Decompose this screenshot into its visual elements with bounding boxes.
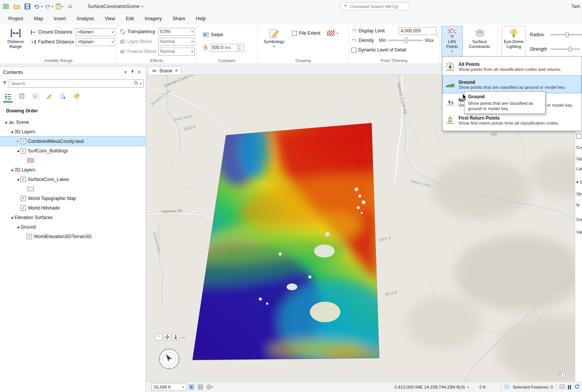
right-pane-checkbox[interactable] (576, 134, 581, 139)
menu-item-ground[interactable]: GroundShow points that are classified as… (443, 75, 582, 93)
tab-share[interactable]: Share (167, 13, 191, 24)
tree-item-world-hillshade[interactable]: ✓World Hillshade (0, 203, 146, 213)
transparency-select[interactable]: 0.0%▾ (158, 28, 195, 36)
layer-checkbox[interactable]: ✓ (21, 196, 26, 201)
dynamic-lod-checkbox[interactable] (351, 48, 356, 53)
pane-menu-chevron-icon[interactable]: ▾ (122, 70, 129, 75)
layer-checkbox[interactable]: ✓ (21, 148, 26, 154)
pause-drawing-button[interactable] (568, 385, 571, 389)
list-by-data-source-tab[interactable] (17, 91, 27, 101)
layer-checkbox[interactable]: ✓ (21, 139, 26, 144)
expander-icon[interactable]: ◢ (9, 168, 14, 171)
tilt-up-button[interactable]: ⌃ (156, 334, 162, 341)
expander-icon[interactable]: ◢ (15, 178, 21, 181)
display-limit-input[interactable] (399, 27, 437, 35)
walk-mode-button[interactable] (172, 334, 179, 341)
distance-range-button[interactable]: Distance Range (5, 26, 27, 56)
list-by-drawing-order-tab[interactable] (3, 91, 13, 101)
strength-slider[interactable] (550, 48, 580, 50)
scene-view-tab[interactable]: Scene ✕ (148, 66, 181, 75)
file-extent-checkbox[interactable] (292, 31, 297, 36)
command-search-input[interactable] (350, 4, 406, 9)
tree-item-scene[interactable]: ◢Scene (0, 117, 146, 127)
new-project-icon[interactable] (2, 2, 11, 11)
layer-symbol-swatch[interactable] (27, 187, 34, 191)
map-scale-select[interactable]: 26,589 ft▾ (151, 383, 186, 391)
expander-icon[interactable]: ◢ (9, 216, 14, 219)
filter-icon[interactable] (2, 81, 7, 86)
tab-project[interactable]: Project (3, 13, 29, 24)
radius-slider[interactable] (550, 34, 582, 35)
tree-item-2d-layers[interactable]: ◢2D Layers (0, 165, 146, 174)
tab-view[interactable]: View (99, 13, 120, 24)
tree-item-surfacecons-lakes[interactable]: ◢✓SurfaceCons_Lakes (0, 174, 146, 184)
undo-icon[interactable]: ▾ (34, 2, 43, 11)
grid-icon[interactable] (196, 383, 205, 391)
contents-search-input[interactable] (11, 81, 132, 86)
flicker-rate-input[interactable]: 500.0 ms ▲▼ (210, 44, 244, 52)
pin-icon[interactable] (129, 69, 136, 75)
list-by-snapping-tab[interactable] (58, 91, 68, 101)
tree-item-combinedmesacounty-lasd[interactable]: ▷✓CombinedMesaCounty.lasd (0, 136, 146, 146)
basemap-globe-icon[interactable]: ▾ (205, 383, 214, 391)
open-project-icon[interactable] (12, 2, 21, 11)
tab-analysis[interactable]: Analysis (71, 13, 100, 24)
tab-help[interactable]: Help (191, 13, 211, 24)
pan-mode-button[interactable] (164, 334, 171, 341)
close-pane-icon[interactable]: ✕ (136, 70, 143, 75)
las-points-button[interactable]: LASPoints ▾ (441, 26, 463, 59)
layer-symbol-swatch[interactable] (27, 158, 34, 163)
expander-icon[interactable]: ◢ (9, 130, 14, 133)
expander-icon[interactable]: ◢ (3, 120, 8, 124)
list-by-selection-tab[interactable] (30, 91, 40, 101)
nav-handle-dots[interactable]: •• (181, 336, 185, 340)
eye-dome-lighting-button[interactable]: Eye-DomeLighting (502, 26, 526, 59)
command-search[interactable] (340, 2, 409, 10)
layer-checkbox[interactable]: ✓ (21, 177, 26, 182)
extent-color-picker[interactable]: ▾ (327, 29, 338, 37)
navigator-compass[interactable] (158, 348, 180, 371)
save-icon[interactable] (23, 2, 32, 11)
tab-map[interactable]: Map (29, 13, 48, 24)
tab-edit[interactable]: Edit (120, 13, 139, 24)
user-name-fragment[interactable]: Tam (571, 4, 581, 9)
coordinates-readout[interactable]: 2,413,000.94E 14,158,744.29N ftUS (394, 385, 465, 389)
close-view-icon[interactable]: ✕ (175, 68, 178, 73)
clipboard-icon[interactable]: ▾ (55, 2, 64, 11)
feature-blend-select[interactable]: Normal▾ (158, 48, 195, 56)
redo-icon[interactable]: ▾ (44, 2, 53, 11)
tab-insert[interactable]: Insert (48, 13, 71, 24)
dynamic-lod-control[interactable]: Dynamic Level of Detail (351, 46, 437, 54)
closest-distance-select[interactable]: <None>▾ (75, 28, 115, 36)
refresh-icon[interactable] (574, 384, 580, 390)
menu-item-all-points[interactable]: All PointsShow points from all classific… (443, 58, 582, 75)
tree-item-ground[interactable]: ◢Ground (0, 222, 146, 232)
search-options-chevron-icon[interactable]: ▾ (140, 82, 141, 85)
tree-item-3d-layers[interactable]: ◢3D Layers (0, 127, 146, 136)
swipe-button[interactable]: Swipe (203, 30, 252, 39)
tree-item-surfcons-buildings[interactable]: ◢✓SurfCons_Buildings (0, 146, 146, 155)
tree-item-swatch[interactable] (0, 155, 146, 165)
expander-icon[interactable]: ▷ (15, 139, 21, 143)
layers-visibility-icon[interactable] (187, 383, 196, 391)
expander-icon[interactable]: ◢ (15, 225, 21, 229)
customize-qat-icon[interactable] (66, 2, 75, 11)
surface-constraints-button[interactable]: SurfaceConstraints (467, 26, 492, 59)
farthest-distance-select[interactable]: <None>▾ (76, 38, 115, 46)
expander-icon[interactable]: ◢ (15, 149, 21, 152)
tree-item-world-topographic-map[interactable]: ✓World Topographic Map (0, 194, 146, 203)
tree-item-elevation-surfaces[interactable]: ◢Elevation Surfaces (0, 213, 146, 222)
overview-button[interactable] (556, 371, 565, 378)
contents-search-box[interactable]: ▾ (9, 79, 144, 88)
list-by-labeling-tab[interactable] (72, 91, 82, 101)
project-title[interactable]: SurfaceConstraintsScene▾ (88, 4, 143, 9)
menu-item-first-return-points[interactable]: First Return PointsShow first return poi… (443, 111, 582, 129)
layer-blend-select[interactable]: Normal▾ (158, 38, 195, 46)
coordinates-chevron-icon[interactable]: ▾ (467, 386, 469, 389)
layer-checkbox[interactable]: ✓ (21, 205, 26, 211)
list-by-editing-tab[interactable] (44, 91, 54, 101)
symbology-button[interactable]: Symbology ▾ (263, 26, 285, 56)
tab-imagery[interactable]: Imagery (139, 13, 167, 24)
density-slider[interactable] (388, 40, 423, 41)
snapping-toggle-icon[interactable] (560, 384, 565, 390)
